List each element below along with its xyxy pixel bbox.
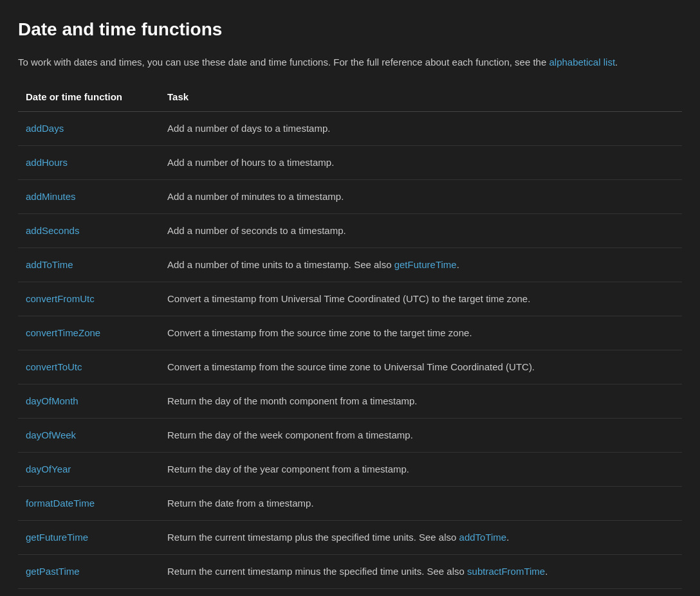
table-row: convertToUtcConvert a timestamp from the… <box>18 350 682 384</box>
intro-text: To work with dates and times, you can us… <box>18 57 546 68</box>
function-link[interactable]: dayOfYear <box>26 464 71 474</box>
function-link[interactable]: convertTimeZone <box>26 327 100 338</box>
col-task-header: Task <box>160 83 682 112</box>
task-cell: Convert a timestamp from the source time… <box>160 350 682 384</box>
table-row: dayOfWeekReturn the day of the week comp… <box>18 418 682 452</box>
function-link[interactable]: addToTime <box>26 259 73 270</box>
function-cell: dayOfMonth <box>18 384 160 418</box>
task-cell: Return the day of the month component fr… <box>160 384 682 418</box>
table-row: addSecondsAdd a number of seconds to a t… <box>18 213 682 248</box>
task-cell: Return the current timestamp minus the s… <box>160 554 682 588</box>
task-cell: Add a number of seconds to a timestamp. <box>160 213 682 248</box>
task-cell: Add a number of minutes to a timestamp. <box>160 179 682 213</box>
function-cell: startOfDay <box>18 588 160 596</box>
inline-link[interactable]: addToTime <box>459 532 507 543</box>
table-row: addToTimeAdd a number of time units to a… <box>18 248 682 282</box>
function-link[interactable]: addSeconds <box>26 225 79 236</box>
function-link[interactable]: convertFromUtc <box>26 293 95 304</box>
task-cell: Add a number of hours to a timestamp. <box>160 145 682 179</box>
table-row: convertFromUtcConvert a timestamp from U… <box>18 282 682 316</box>
page-title: Date and time functions <box>18 15 682 44</box>
function-link[interactable]: addHours <box>26 157 68 168</box>
alphabetical-list-link[interactable]: alphabetical list <box>549 57 615 68</box>
function-cell: convertFromUtc <box>18 282 160 316</box>
task-cell: Add a number of days to a timestamp. <box>160 111 682 145</box>
function-cell: addDays <box>18 111 160 145</box>
function-link[interactable]: addMinutes <box>26 191 76 202</box>
task-cell: Return the start of the day for a timest… <box>160 588 682 596</box>
function-cell: convertToUtc <box>18 350 160 384</box>
function-link[interactable]: dayOfMonth <box>26 395 78 406</box>
function-cell: addToTime <box>18 248 160 282</box>
table-row: addMinutesAdd a number of minutes to a t… <box>18 179 682 213</box>
table-row: startOfDayReturn the start of the day fo… <box>18 588 682 596</box>
table-row: getFutureTimeReturn the current timestam… <box>18 520 682 554</box>
intro-paragraph: To work with dates and times, you can us… <box>18 55 682 70</box>
function-cell: dayOfYear <box>18 452 160 486</box>
task-cell: Return the day of the week component fro… <box>160 418 682 452</box>
table-row: dayOfMonthReturn the day of the month co… <box>18 384 682 418</box>
function-link[interactable]: getFutureTime <box>26 532 88 543</box>
task-cell: Convert a timestamp from the source time… <box>160 316 682 350</box>
table-row: convertTimeZoneConvert a timestamp from … <box>18 316 682 350</box>
function-cell: addSeconds <box>18 213 160 248</box>
function-cell: addHours <box>18 145 160 179</box>
function-cell: convertTimeZone <box>18 316 160 350</box>
function-link[interactable]: getPastTime <box>26 566 80 577</box>
inline-link[interactable]: subtractFromTime <box>467 566 545 577</box>
table-row: getPastTimeReturn the current timestamp … <box>18 554 682 588</box>
function-cell: formatDateTime <box>18 486 160 520</box>
table-row: addDaysAdd a number of days to a timesta… <box>18 111 682 145</box>
task-cell: Add a number of time units to a timestam… <box>160 248 682 282</box>
function-cell: dayOfWeek <box>18 418 160 452</box>
table-header-row: Date or time function Task <box>18 83 682 112</box>
col-function-header: Date or time function <box>18 83 160 112</box>
inline-link[interactable]: getFutureTime <box>394 259 457 270</box>
functions-table: Date or time function Task addDaysAdd a … <box>18 83 682 596</box>
task-cell: Return the day of the year component fro… <box>160 452 682 486</box>
function-cell: getPastTime <box>18 554 160 588</box>
intro-period: . <box>615 57 618 68</box>
function-cell: getFutureTime <box>18 520 160 554</box>
task-cell: Convert a timestamp from Universal Time … <box>160 282 682 316</box>
table-row: dayOfYearReturn the day of the year comp… <box>18 452 682 486</box>
task-cell: Return the current timestamp plus the sp… <box>160 520 682 554</box>
function-cell: addMinutes <box>18 179 160 213</box>
task-cell: Return the date from a timestamp. <box>160 486 682 520</box>
function-link[interactable]: convertToUtc <box>26 361 82 372</box>
function-link[interactable]: addDays <box>26 123 64 134</box>
function-link[interactable]: formatDateTime <box>26 498 95 509</box>
table-row: formatDateTimeReturn the date from a tim… <box>18 486 682 520</box>
table-row: addHoursAdd a number of hours to a times… <box>18 145 682 179</box>
function-link[interactable]: dayOfWeek <box>26 429 76 440</box>
